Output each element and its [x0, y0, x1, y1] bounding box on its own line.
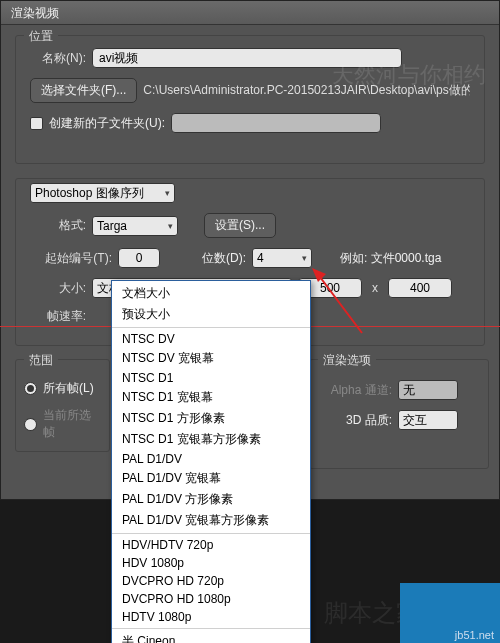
size-option[interactable]: NTSC DV	[112, 330, 310, 348]
corner-badge-text: jb51.net	[455, 629, 494, 641]
alpha-select[interactable]: 无	[398, 380, 458, 400]
select-folder-button[interactable]: 选择文件夹(F)...	[30, 78, 137, 103]
format-select[interactable]: Targa▾	[92, 216, 178, 236]
size-option[interactable]: NTSC D1 宽银幕方形像素	[112, 429, 310, 450]
size-option[interactable]: PAL D1/DV	[112, 450, 310, 468]
size-option[interactable]: NTSC D1 宽银幕	[112, 387, 310, 408]
name-label: 名称(N):	[30, 50, 86, 67]
size-option[interactable]: NTSC DV 宽银幕	[112, 348, 310, 369]
corner-badge: jb51.net	[400, 583, 500, 643]
new-subfolder-input[interactable]	[171, 113, 381, 133]
position-group-label: 位置	[24, 28, 58, 45]
size-option[interactable]: PAL D1/DV 宽银幕	[112, 468, 310, 489]
size-option[interactable]: DVCPRO HD 720p	[112, 572, 310, 590]
range-group-wrap: 范围 所有帧(L) 当前所选帧	[15, 359, 110, 452]
size-option[interactable]: 文档大小	[112, 283, 310, 304]
start-num-label: 起始编号(T):	[30, 250, 112, 267]
size-option[interactable]: HDV/HDTV 720p	[112, 536, 310, 554]
fps-label: 帧速率:	[30, 308, 86, 325]
size-option[interactable]: DVCPRO HD 1080p	[112, 590, 310, 608]
dialog-titlebar[interactable]: 渲染视频	[1, 1, 499, 25]
quality-label: 3D 品质:	[320, 412, 392, 429]
height-input[interactable]	[388, 278, 452, 298]
render-options-label: 渲染选项	[318, 352, 376, 369]
mode-select[interactable]: Photoshop 图像序列▾	[30, 183, 175, 203]
size-option[interactable]: NTSC D1	[112, 369, 310, 387]
dialog-title: 渲染视频	[11, 6, 59, 20]
render-options-group-wrap: 渲染选项 Alpha 通道: 无 3D 品质: 交互	[309, 359, 489, 469]
current-frames-label: 当前所选帧	[43, 407, 101, 441]
settings-button[interactable]: 设置(S)...	[204, 213, 276, 238]
size-option[interactable]: NTSC D1 方形像素	[112, 408, 310, 429]
size-option[interactable]: HDTV 1080p	[112, 608, 310, 626]
new-subfolder-label: 创建新的子文件夹(U):	[49, 115, 165, 132]
size-option[interactable]: PAL D1/DV 方形像素	[112, 489, 310, 510]
position-group: 位置 名称(N): 选择文件夹(F)... C:\Users\Administr…	[15, 35, 485, 164]
all-frames-label: 所有帧(L)	[43, 380, 94, 397]
mult-label: x	[368, 281, 382, 295]
size-option[interactable]: 预设大小	[112, 304, 310, 325]
size-option[interactable]: PAL D1/DV 宽银幕方形像素	[112, 510, 310, 531]
example-label: 例如: 文件0000.tga	[340, 250, 441, 267]
chevron-down-icon: ▾	[165, 188, 170, 198]
size-option[interactable]: 半 Cineon	[112, 631, 310, 643]
digits-label: 位数(D):	[202, 250, 246, 267]
name-input[interactable]	[92, 48, 402, 68]
format-label: 格式:	[30, 217, 86, 234]
size-dropdown[interactable]: 文档大小预设大小NTSC DVNTSC DV 宽银幕NTSC D1NTSC D1…	[111, 280, 311, 643]
size-option[interactable]: HDV 1080p	[112, 554, 310, 572]
all-frames-radio[interactable]	[24, 382, 37, 395]
digits-select[interactable]: 4▾	[252, 248, 312, 268]
new-subfolder-checkbox[interactable]	[30, 117, 43, 130]
start-num-input[interactable]	[118, 248, 160, 268]
range-group-label: 范围	[24, 352, 58, 369]
quality-select[interactable]: 交互	[398, 410, 458, 430]
folder-path: C:\Users\Administrator.PC-20150213JAIR\D…	[143, 82, 470, 99]
size-label: 大小:	[30, 280, 86, 297]
chevron-down-icon: ▾	[168, 221, 173, 231]
chevron-down-icon: ▾	[302, 253, 307, 263]
alpha-label: Alpha 通道:	[320, 382, 392, 399]
current-frames-radio[interactable]	[24, 418, 37, 431]
